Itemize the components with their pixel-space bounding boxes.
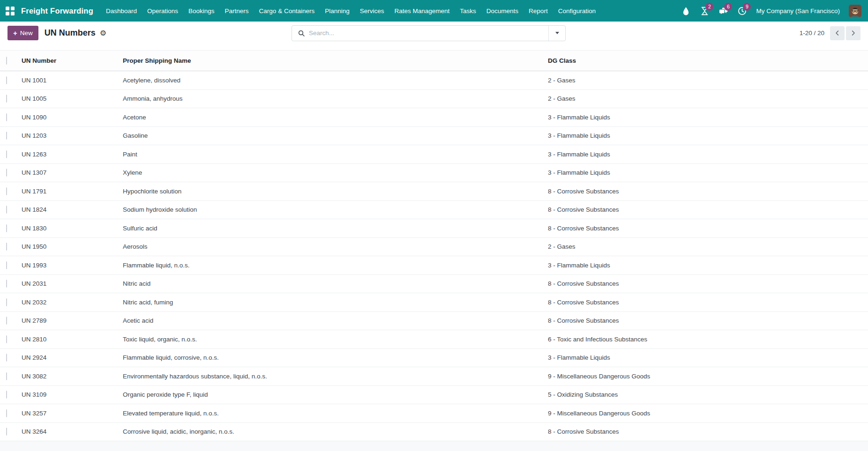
dg-class-cell: 8 - Corrosive Substances [548, 317, 868, 324]
search-bar [292, 25, 566, 41]
menu-item[interactable]: Operations [142, 4, 183, 18]
table-row[interactable]: UN 3257 Elevated temperature liquid, n.o… [0, 404, 868, 423]
un-number-cell: UN 1203 [22, 132, 123, 139]
row-checkbox[interactable] [6, 224, 7, 232]
dg-class-cell: 6 - Toxic and Infectious Substances [548, 336, 868, 343]
dg-class-cell: 3 - Flammable Liquids [548, 354, 868, 361]
gear-icon[interactable]: ⚙ [100, 30, 106, 37]
table-row[interactable]: UN 1830 Sulfuric acid 8 - Corrosive Subs… [0, 219, 868, 238]
table-row[interactable]: UN 1993 Flammable liquid, n.o.s. 3 - Fla… [0, 256, 868, 275]
row-checkbox[interactable] [6, 187, 7, 195]
dg-class-cell: 8 - Corrosive Substances [548, 188, 868, 195]
control-panel: + New UN Numbers ⚙ 1-20 / 20 [0, 22, 868, 44]
row-checkbox[interactable] [6, 132, 7, 140]
messages-icon[interactable]: 6 [718, 6, 728, 16]
menu-item[interactable]: Tasks [455, 4, 481, 18]
search-input[interactable] [309, 26, 548, 41]
app-brand-title[interactable]: Freight Forwarding [21, 7, 93, 15]
row-checkbox[interactable] [6, 354, 7, 362]
table-row[interactable]: UN 1263 Paint 3 - Flammable Liquids [0, 145, 868, 164]
menu-item[interactable]: Configuration [553, 4, 601, 18]
table-row[interactable]: UN 1824 Sodium hydroxide solution 8 - Co… [0, 201, 868, 220]
activity-clock-icon[interactable]: 9 [737, 6, 747, 16]
dg-class-cell: 8 - Corrosive Substances [548, 280, 868, 287]
new-button[interactable]: + New [7, 26, 38, 40]
row-checkbox[interactable] [6, 391, 7, 399]
shipping-name-cell: Flammable liquid, corrosive, n.o.s. [123, 354, 548, 361]
systray: 2 6 9 My Company (San Francisco) [681, 5, 861, 17]
shipping-name-cell: Acetic acid [123, 317, 548, 324]
dg-class-cell: 8 - Corrosive Substances [548, 428, 868, 435]
menu-item[interactable]: Dashboard [101, 4, 142, 18]
row-checkbox[interactable] [6, 76, 7, 84]
menu-item[interactable]: Report [524, 4, 553, 18]
shipping-name-cell: Gasoline [123, 132, 548, 139]
row-checkbox[interactable] [6, 335, 7, 343]
user-avatar[interactable] [849, 5, 861, 17]
menu-item[interactable]: Services [355, 4, 389, 18]
un-number-cell: UN 1791 [22, 188, 123, 195]
row-checkbox[interactable] [6, 243, 7, 251]
pager-range: 1-20 / 20 [800, 30, 824, 37]
table-row[interactable]: UN 1203 Gasoline 3 - Flammable Liquids [0, 127, 868, 146]
menu-item[interactable]: Bookings [183, 4, 220, 18]
row-checkbox[interactable] [6, 317, 7, 325]
menu-item[interactable]: Documents [481, 4, 524, 18]
table-row[interactable]: UN 1950 Aerosols 2 - Gases [0, 238, 868, 257]
table-row[interactable]: UN 3082 Environmentally hazardous substa… [0, 367, 868, 386]
search-dropdown-toggle[interactable] [548, 26, 565, 41]
row-checkbox[interactable] [6, 95, 7, 103]
table-row[interactable]: UN 3264 Corrosive liquid, acidic, inorga… [0, 423, 868, 442]
shipping-name-cell: Nitric acid, fuming [123, 299, 548, 306]
table-row[interactable]: UN 2810 Toxic liquid, organic, n.o.s. 6 … [0, 330, 868, 349]
un-number-cell: UN 3109 [22, 391, 123, 398]
row-checkbox[interactable] [6, 298, 7, 306]
dg-class-cell: 9 - Miscellaneous Dangerous Goods [548, 410, 868, 417]
row-checkbox[interactable] [6, 206, 7, 214]
dg-class-cell: 2 - Gases [548, 77, 868, 84]
table-row[interactable]: UN 2032 Nitric acid, fuming 8 - Corrosiv… [0, 293, 868, 312]
table-row[interactable]: UN 1791 Hypochlorite solution 8 - Corros… [0, 182, 868, 201]
menu-item[interactable]: Partners [220, 4, 254, 18]
un-number-cell: UN 1307 [22, 169, 123, 176]
dg-class-cell: 9 - Miscellaneous Dangerous Goods [548, 373, 868, 380]
list-footer-area [0, 441, 868, 451]
company-switcher[interactable]: My Company (San Francisco) [756, 7, 840, 15]
table-row[interactable]: UN 2789 Acetic acid 8 - Corrosive Substa… [0, 312, 868, 331]
un-number-cell: UN 2789 [22, 317, 123, 324]
table-row[interactable]: UN 1001 Acetylene, dissolved 2 - Gases [0, 71, 868, 90]
row-checkbox[interactable] [6, 150, 7, 158]
row-checkbox[interactable] [6, 113, 7, 121]
droplet-icon[interactable] [681, 6, 691, 16]
row-checkbox[interactable] [6, 409, 7, 417]
row-checkbox[interactable] [6, 372, 7, 380]
un-number-cell: UN 3257 [22, 410, 123, 417]
shipping-name-cell: Hypochlorite solution [123, 188, 548, 195]
dg-class-cell: 3 - Flammable Liquids [548, 169, 868, 176]
un-number-cell: UN 1950 [22, 243, 123, 250]
column-header-shipping-name[interactable]: Proper Shipping Name [123, 57, 548, 64]
row-checkbox[interactable] [6, 169, 7, 177]
column-header-dg-class[interactable]: DG Class [548, 57, 868, 64]
row-checkbox[interactable] [6, 428, 7, 436]
menu-item[interactable]: Cargo & Containers [254, 4, 320, 18]
table-row[interactable]: UN 3109 Organic peroxide type F, liquid … [0, 386, 868, 405]
menu-item[interactable]: Planning [320, 4, 355, 18]
timer-hourglass-icon[interactable]: 2 [700, 6, 710, 16]
table-row[interactable]: UN 1005 Ammonia, anhydrous 2 - Gases [0, 90, 868, 109]
row-checkbox[interactable] [6, 261, 7, 269]
table-row[interactable]: UN 1307 Xylene 3 - Flammable Liquids [0, 164, 868, 183]
un-number-cell: UN 2031 [22, 280, 123, 287]
table-row[interactable]: UN 2031 Nitric acid 8 - Corrosive Substa… [0, 275, 868, 294]
un-number-cell: UN 3082 [22, 373, 123, 380]
pager-previous-button[interactable] [830, 26, 845, 40]
column-header-un-number[interactable]: UN Number [22, 57, 123, 64]
pager-next-button[interactable] [846, 26, 861, 40]
row-checkbox[interactable] [6, 280, 7, 288]
apps-menu-icon[interactable] [6, 7, 15, 15]
table-row[interactable]: UN 1090 Acetone 3 - Flammable Liquids [0, 108, 868, 127]
select-all-checkbox[interactable] [6, 57, 7, 65]
un-numbers-list: UN Number Proper Shipping Name DG Class … [0, 50, 868, 451]
table-row[interactable]: UN 2924 Flammable liquid, corrosive, n.o… [0, 349, 868, 368]
menu-item[interactable]: Rates Management [389, 4, 455, 18]
